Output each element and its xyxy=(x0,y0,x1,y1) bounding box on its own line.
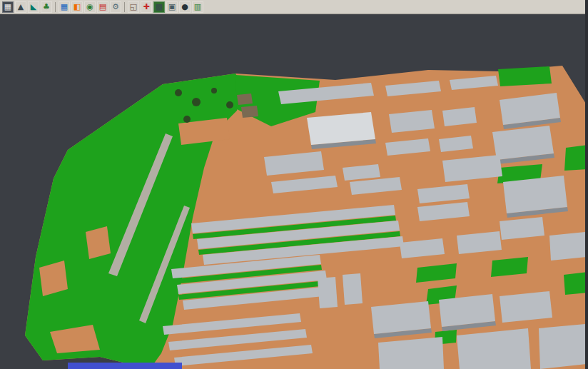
app-window: ▦ ▲ ◣ ♣ ▦ ◧ ◉ ▤ ⚙ ◱ ✚ ▩ ▣ ● ▥ xyxy=(0,0,588,369)
table-glyph: ▥ xyxy=(194,1,201,13)
window-border-right xyxy=(585,0,588,369)
toolbar-terrain-icon[interactable]: ◣ xyxy=(28,1,39,13)
grid-glyph: ▦ xyxy=(61,1,68,13)
toolbar-dataset-icon[interactable]: ▦ xyxy=(2,1,14,13)
toolbar: ▦ ▲ ◣ ♣ ▦ ◧ ◉ ▤ ⚙ ◱ ✚ ▩ ▣ ● ▥ xyxy=(0,0,588,14)
tree-shadow xyxy=(192,98,201,106)
building-roof xyxy=(500,291,552,323)
settings-glyph: ⚙ xyxy=(112,1,119,13)
toolbar-sphere-icon[interactable]: ● xyxy=(179,1,191,13)
toolbar-mesh-icon[interactable]: ▩ xyxy=(153,1,165,13)
globe-glyph: ◉ xyxy=(86,1,93,13)
tree-shadow xyxy=(183,116,191,123)
building-roof xyxy=(539,324,587,369)
sphere-glyph: ● xyxy=(181,1,188,13)
structure-block xyxy=(237,93,253,105)
camera-glyph: ▣ xyxy=(168,1,176,13)
building-roof xyxy=(371,301,431,334)
toolbar-separator xyxy=(55,2,56,12)
ground-patch xyxy=(86,226,111,259)
mesh-glyph: ▩ xyxy=(156,1,163,13)
toolbar-separator xyxy=(124,2,125,12)
expand-glyph: ◱ xyxy=(130,1,137,13)
structure-block xyxy=(241,106,258,118)
trees-glyph: ♣ xyxy=(43,1,50,13)
classes-glyph: ▤ xyxy=(99,1,106,13)
toolbar-chart-icon[interactable]: ▲ xyxy=(15,1,26,13)
toolbar-trees-icon[interactable]: ♣ xyxy=(41,1,52,13)
vegetation-patch xyxy=(564,272,588,295)
building-roof xyxy=(307,112,375,145)
toolbar-table-icon[interactable]: ▥ xyxy=(192,1,203,13)
toolbar-settings-icon[interactable]: ⚙ xyxy=(110,1,121,13)
building-roof xyxy=(343,273,363,305)
building-roof xyxy=(457,328,531,369)
3d-viewport[interactable] xyxy=(0,14,588,369)
taskbar-fragment xyxy=(68,363,182,369)
toolbar-palette-icon[interactable]: ◧ xyxy=(71,1,83,13)
crosshair-glyph: ✚ xyxy=(143,1,149,13)
toolbar-globe-icon[interactable]: ◉ xyxy=(84,1,96,13)
vegetation-patch xyxy=(498,66,552,86)
toolbar-classes-icon[interactable]: ▤ xyxy=(97,1,108,13)
building-roof xyxy=(549,232,587,261)
toolbar-expand-icon[interactable]: ◱ xyxy=(128,1,139,13)
chart-glyph: ▲ xyxy=(18,1,24,13)
toolbar-camera-icon[interactable]: ▣ xyxy=(166,1,178,13)
building-roof xyxy=(503,176,567,213)
tree-shadow xyxy=(226,101,233,108)
pointcloud-render xyxy=(0,18,588,369)
palette-glyph: ◧ xyxy=(74,1,81,13)
terrain-glyph: ◣ xyxy=(31,1,36,13)
dataset-glyph: ▦ xyxy=(4,1,11,13)
building-roof xyxy=(439,294,495,327)
building-roof xyxy=(318,277,338,308)
tree-shadow xyxy=(211,88,217,93)
tree-shadow xyxy=(175,89,182,96)
toolbar-crosshair-icon[interactable]: ✚ xyxy=(141,1,152,13)
toolbar-grid-icon[interactable]: ▦ xyxy=(59,1,70,13)
